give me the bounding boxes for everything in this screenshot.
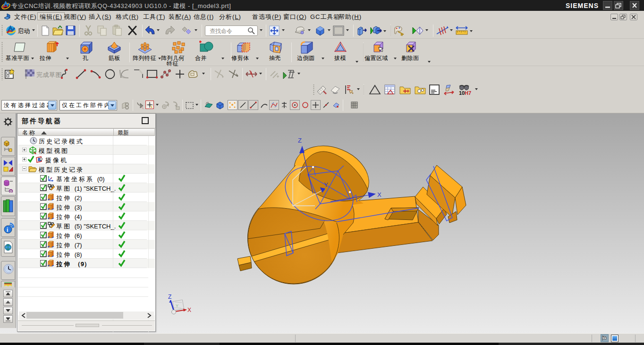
svg-text:X: X <box>187 307 191 313</box>
svg-text:X: X <box>377 191 381 198</box>
svg-text:H7: H7 <box>465 90 471 96</box>
svg-text:Y: Y <box>176 303 178 308</box>
svg-text:Z: Z <box>168 294 171 300</box>
svg-text:Z: Z <box>298 137 302 144</box>
svg-text:Y: Y <box>324 181 328 188</box>
svg-text:10: 10 <box>459 90 465 96</box>
